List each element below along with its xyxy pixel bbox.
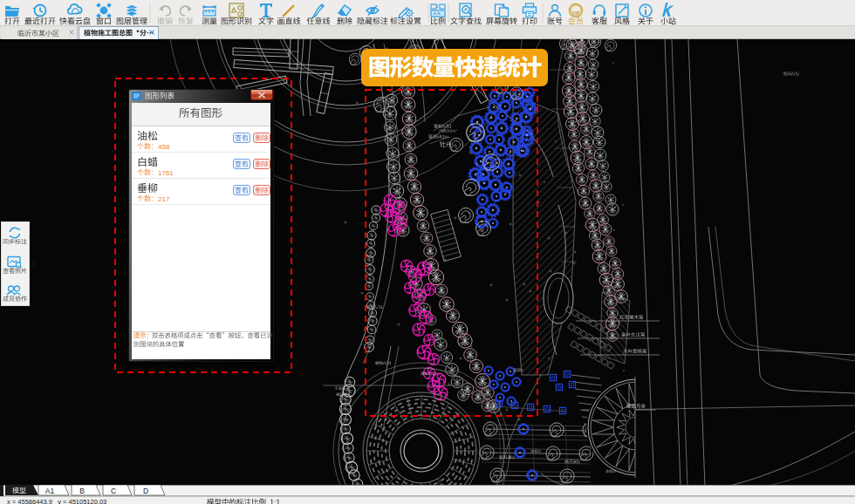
svg-text:D: D bbox=[143, 487, 148, 495]
svg-text:B: B bbox=[79, 487, 85, 495]
svg-text:VIP: VIP bbox=[571, 10, 579, 16]
svg-text:C: C bbox=[111, 487, 116, 495]
svg-text:A1: A1 bbox=[45, 487, 55, 495]
